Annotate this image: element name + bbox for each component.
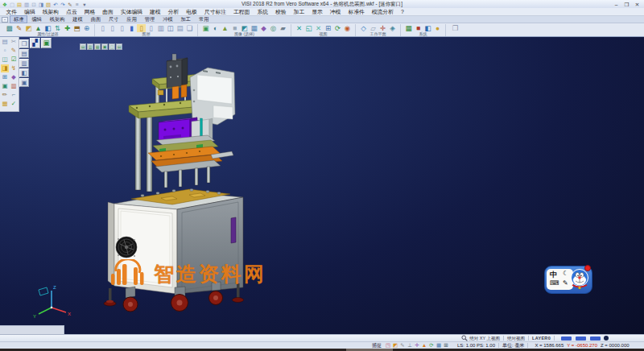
ribbon-icon[interactable]: ◩ <box>24 24 33 32</box>
ribbon-icon[interactable]: ✕ <box>295 24 303 32</box>
floating-mode-button[interactable]: ▣ <box>41 38 52 48</box>
menu-item[interactable]: 冲模 <box>326 8 345 15</box>
quick-access-icon[interactable]: ❖ <box>2 1 8 8</box>
toolbar-tab[interactable]: 加工 <box>177 15 195 23</box>
restore-button[interactable]: ❐ <box>621 1 632 8</box>
quick-access-icon[interactable]: ✎ <box>67 1 73 8</box>
ribbon-icon[interactable]: ◇ <box>359 24 368 32</box>
ribbon-extra-icon[interactable]: ❐ <box>451 24 460 32</box>
toolbar-tab[interactable]: 常用 <box>195 15 213 23</box>
left-toolbar-icon[interactable]: ▥ <box>10 82 18 90</box>
ribbon-icon[interactable]: ◐ <box>211 24 220 32</box>
ribbon-icon[interactable]: ▰ <box>279 24 287 32</box>
ribbon-icon[interactable]: ◎ <box>269 24 278 32</box>
left-toolbar-icon[interactable]: ▤ <box>1 38 9 46</box>
floating-view-button[interactable]: ❐ <box>19 39 29 48</box>
ribbon-icon[interactable]: ⬒ <box>72 24 81 32</box>
quick-access-icon[interactable]: ⊡ <box>31 1 37 8</box>
toolbar-tab[interactable]: 建模 <box>68 15 86 23</box>
left-toolbar-icon[interactable]: ⊞ <box>1 73 9 81</box>
menu-item[interactable]: 线架构 <box>39 8 62 15</box>
ribbon-icon[interactable]: ✎ <box>14 24 23 32</box>
quick-access-icon[interactable]: ▧ <box>45 1 52 8</box>
menu-item[interactable]: 加工 <box>290 8 308 15</box>
floating-mini-button[interactable]: ▦ <box>94 43 101 50</box>
ribbon-icon[interactable]: ▮ <box>127 24 136 32</box>
quick-access-icon[interactable]: ▢ <box>9 1 15 8</box>
quick-access-icon[interactable]: ▥ <box>23 1 30 8</box>
ribbon-icon[interactable]: ▤ <box>175 24 184 32</box>
ribbon-icon[interactable]: ● <box>433 24 442 32</box>
ime-pen-icon[interactable]: ✎ <box>563 279 568 287</box>
ime-moon-icon[interactable]: ☾ <box>563 270 568 277</box>
ribbon-icon[interactable]: ▯ <box>118 24 126 32</box>
menu-item[interactable]: 实体编辑 <box>117 8 146 15</box>
menu-item[interactable]: 建模 <box>147 8 165 15</box>
close-button[interactable]: ✕ <box>632 1 642 8</box>
ribbon-icon[interactable]: ▥ <box>156 24 165 32</box>
toolbar-tab[interactable]: 曲面 <box>87 15 105 23</box>
snap-toggle-icon[interactable]: ✛ <box>414 342 420 349</box>
snap-toggle-icon[interactable]: ✎ <box>399 342 406 349</box>
workplane-indicator[interactable]: 绝对 XY 上视图 <box>469 336 500 341</box>
menu-item[interactable]: 曲面 <box>99 8 118 15</box>
active-layer-indicator[interactable]: LAYER0 <box>532 336 551 341</box>
ribbon-icon[interactable]: ⊕ <box>82 24 91 32</box>
left-toolbar-icon[interactable]: ↯ <box>10 64 18 72</box>
menu-item[interactable]: 电极 <box>183 8 201 15</box>
menu-item[interactable]: 文件 <box>2 8 21 15</box>
ribbon-icon[interactable]: ❏ <box>185 24 194 32</box>
floating-mode-button[interactable]: ▞ <box>30 38 40 48</box>
snap-toggle-icon[interactable]: ▲ <box>421 342 427 349</box>
quick-access-icon[interactable]: ◨ <box>38 1 44 8</box>
quick-access-icon[interactable]: ▾ <box>81 1 88 8</box>
toolbar-tab[interactable]: 标准 <box>10 15 27 23</box>
ribbon-icon[interactable]: ▲ <box>221 24 229 32</box>
ribbon-icon[interactable]: ◆ <box>259 24 268 32</box>
floating-mini-button[interactable]: ◫ <box>109 43 115 50</box>
toolbar-tab[interactable]: 管理 <box>141 15 159 23</box>
left-toolbar-icon[interactable]: ✏ <box>1 91 9 99</box>
ribbon-icon[interactable]: ◈ <box>388 24 397 32</box>
toolbar-tab[interactable]: 冲模 <box>159 15 176 23</box>
left-toolbar-icon[interactable]: ✎ <box>10 47 18 55</box>
toolbar-tab[interactable]: 应用 <box>122 15 140 23</box>
collapse-button[interactable]: - <box>2 17 8 23</box>
left-toolbar-icon[interactable]: ◨ <box>1 64 9 72</box>
left-toolbar-icon[interactable]: ▦ <box>1 100 9 108</box>
snap-toggle-icon[interactable]: ◳ <box>385 342 391 349</box>
quick-access-icon[interactable]: ↶ <box>52 1 59 8</box>
menu-item[interactable]: 网格 <box>80 8 99 15</box>
ribbon-icon[interactable]: ▯ <box>98 24 107 32</box>
quick-access-icon[interactable]: ▤ <box>16 1 23 8</box>
left-toolbar-icon[interactable]: ☑ <box>10 56 18 64</box>
left-toolbar-icon[interactable]: ✓ <box>10 100 18 108</box>
ribbon-icon[interactable]: ✚ <box>63 24 72 32</box>
view-indicator[interactable]: 绝对视图 <box>507 336 525 341</box>
left-toolbar-icon[interactable]: ⌐ <box>10 91 18 99</box>
left-toolbar-icon[interactable]: ◫ <box>1 56 9 64</box>
toolbar-tab[interactable]: 线架构 <box>46 15 69 23</box>
ime-keyboard-icon[interactable]: ⌨ <box>550 279 559 287</box>
floating-view-button[interactable]: ◧ <box>19 68 29 77</box>
left-toolbar-icon[interactable]: ✂ <box>10 38 18 46</box>
floating-mini-button[interactable]: ▥ <box>87 43 93 50</box>
quick-access-icon[interactable]: ≡ <box>74 1 80 8</box>
menu-item[interactable]: 点云 <box>63 8 81 15</box>
minimize-button[interactable]: – <box>611 1 621 8</box>
menu-item[interactable]: 分析 <box>164 8 183 15</box>
left-toolbar-icon[interactable]: ◆ <box>10 73 18 81</box>
ribbon-icon[interactable]: ▣ <box>201 24 210 32</box>
ribbon-icon[interactable]: ⟳ <box>333 24 342 32</box>
menu-item[interactable]: ? <box>397 8 407 15</box>
ime-toolbar[interactable]: 中 ☾ ⌨ ✎ <box>544 266 592 294</box>
snap-toggle-icon[interactable]: ⟳ <box>428 342 435 349</box>
menu-item[interactable]: 校验 <box>272 8 291 15</box>
floating-view-button[interactable]: ▤ <box>19 49 29 58</box>
floating-view-button[interactable]: ▥ <box>19 59 29 68</box>
viewport-3d[interactable]: X Y Z 智造资料网 中 ☾ ⌨ ✎ <box>0 37 644 334</box>
menu-item[interactable]: 工程图 <box>230 8 254 15</box>
menu-item[interactable]: 编辑 <box>21 8 39 15</box>
floating-mini-button[interactable]: ▤ <box>80 43 86 50</box>
menu-item[interactable]: 显示 <box>308 8 327 15</box>
